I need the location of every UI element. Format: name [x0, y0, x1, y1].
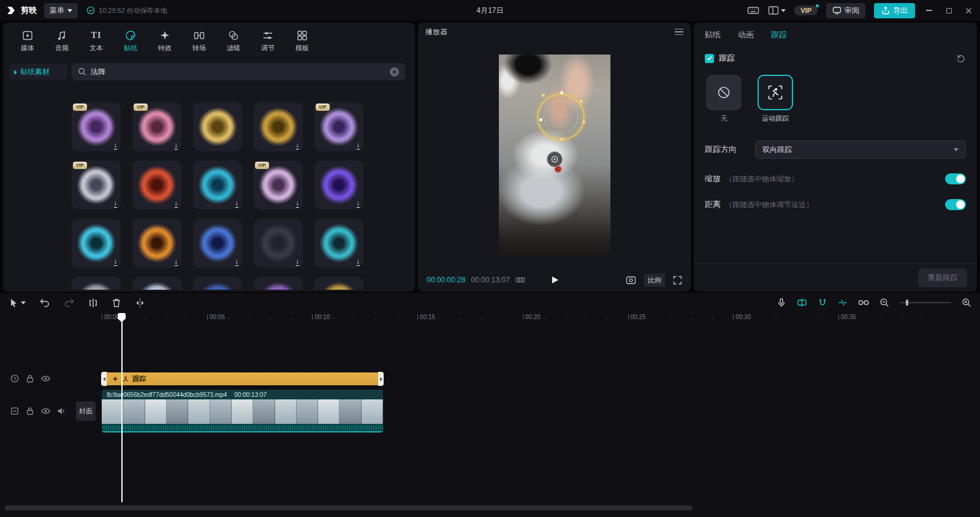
sticker-thumb-silver-ornate-circle[interactable]: [72, 277, 121, 290]
video-preview[interactable]: [499, 55, 610, 255]
player-menu-icon[interactable]: [675, 29, 683, 36]
sticker-thumb-gold-pentagram[interactable]: [193, 102, 242, 151]
layout-icon[interactable]: [768, 6, 786, 15]
download-icon[interactable]: ↓: [114, 258, 118, 266]
mirror-button[interactable]: [135, 298, 145, 308]
tab-templates[interactable]: 模板: [285, 28, 319, 55]
download-icon[interactable]: ↓: [175, 142, 178, 149]
sticker-thumb-cyan-magic-circle[interactable]: ↓: [193, 160, 242, 209]
review-button[interactable]: 审阅: [826, 3, 865, 18]
video-clip[interactable]: 8c9ae0656b2edf77dd50044d0bcb9573.mp4 00:…: [102, 390, 383, 432]
clip-trim-handle-left[interactable]: [101, 372, 107, 386]
clip-trim-handle-right[interactable]: [378, 372, 384, 386]
zoom-out-icon[interactable]: [879, 298, 889, 308]
sticker-thumb-violet-magic-circle[interactable]: ↓: [314, 160, 363, 209]
scale-toggle[interactable]: [945, 173, 966, 184]
sticker-thumb-red-pentagram[interactable]: ↓: [132, 160, 181, 209]
main-track-magnet-icon[interactable]: [818, 298, 827, 308]
maximize-button[interactable]: [943, 5, 954, 16]
download-icon[interactable]: ↓: [114, 142, 118, 149]
select-tool-button[interactable]: [9, 298, 26, 308]
speaker-icon[interactable]: [56, 406, 66, 416]
download-icon[interactable]: ↓: [235, 200, 239, 208]
download-icon[interactable]: ↓: [235, 258, 239, 266]
redo-button[interactable]: [64, 298, 75, 308]
search-input[interactable]: 法阵: [91, 67, 386, 77]
sticker-thumb-flower-arch[interactable]: VIP↓: [132, 102, 181, 151]
tab-animation[interactable]: 动画: [738, 29, 754, 40]
tab-sticker[interactable]: 贴纸: [113, 28, 148, 55]
sticker-thumb-cyan-line-circle[interactable]: ↓: [314, 219, 363, 268]
tab-text[interactable]: TI 文本: [79, 28, 113, 55]
clock-icon[interactable]: [10, 374, 20, 383]
tab-audio[interactable]: 音频: [45, 28, 79, 55]
eye-icon[interactable]: [40, 406, 51, 416]
menu-button[interactable]: 菜单: [44, 3, 78, 18]
tab-filters[interactable]: 滤镜: [216, 28, 251, 55]
download-icon[interactable]: ↓: [114, 200, 118, 208]
download-icon[interactable]: ↓: [175, 258, 178, 266]
tracked-sticker-overlay[interactable]: [537, 94, 585, 140]
download-icon[interactable]: ↓: [357, 142, 360, 149]
download-icon[interactable]: ↓: [296, 142, 300, 149]
tab-media[interactable]: 媒体: [10, 28, 45, 55]
timeline-ruler[interactable]: 00:0000:0500:1000:1500:2000:2500:3000:35: [0, 312, 980, 325]
sticker-thumb-blue-glow-circle[interactable]: [193, 277, 242, 290]
export-button[interactable]: 导出: [874, 3, 915, 18]
tracking-option-none[interactable]: 无: [705, 75, 743, 123]
distance-toggle[interactable]: [945, 199, 966, 210]
zoom-slider-knob[interactable]: [906, 300, 908, 306]
sticker-thumb-gold-rings[interactable]: [314, 277, 363, 290]
eye-icon[interactable]: [40, 374, 51, 383]
zoom-in-icon[interactable]: [962, 298, 971, 308]
download-icon[interactable]: ↓: [296, 200, 300, 208]
download-icon[interactable]: ↓: [357, 258, 360, 266]
reset-icon[interactable]: [956, 53, 966, 63]
sticker-thumb-water-ripple[interactable]: ↓: [72, 219, 121, 268]
frame-view-icon[interactable]: [515, 276, 525, 284]
clear-search-icon[interactable]: [390, 67, 399, 77]
tracking-option-motion[interactable]: 运动跟踪: [756, 75, 794, 123]
tracking-point-button[interactable]: [547, 151, 563, 167]
lock-icon[interactable]: [25, 406, 35, 416]
sticker-thumb-faint-circle[interactable]: ↓: [254, 219, 303, 268]
lock-icon[interactable]: [25, 374, 35, 383]
timeline-scrollbar[interactable]: [5, 505, 693, 510]
sticker-thumb-white-blue-circle[interactable]: [132, 277, 181, 290]
fit-preview-icon[interactable]: [626, 276, 636, 285]
close-button[interactable]: [963, 5, 974, 16]
sticker-thumb-planet-ring[interactable]: VIP↓: [72, 102, 121, 151]
ratio-button[interactable]: 比例: [644, 274, 665, 287]
linkage-icon[interactable]: [858, 298, 869, 307]
sidebar-item-sticker-material[interactable]: 贴纸素材: [9, 63, 67, 81]
preview-axis-icon[interactable]: [797, 298, 807, 308]
fullscreen-icon[interactable]: [673, 276, 682, 285]
sticker-thumb-blue-magic-circle[interactable]: ↓: [193, 219, 242, 268]
tab-effects[interactable]: 特效: [148, 28, 182, 55]
download-icon[interactable]: ↓: [357, 200, 360, 208]
timeline-zoom-slider[interactable]: [900, 302, 951, 303]
sticker-clip[interactable]: 跟踪: [102, 372, 383, 385]
sticker-thumb-gold-magic-circle[interactable]: ↓: [254, 102, 303, 151]
sticker-thumb-moon-ornament[interactable]: VIP↓: [254, 160, 303, 209]
download-icon[interactable]: ↓: [175, 200, 178, 208]
collapse-track-icon[interactable]: [10, 406, 20, 416]
auto-snap-icon[interactable]: [838, 298, 848, 308]
tab-adjust[interactable]: 调节: [251, 28, 285, 55]
delete-button[interactable]: [112, 298, 121, 308]
cover-button[interactable]: 封面: [76, 401, 96, 421]
tab-sticker-props[interactable]: 贴纸: [705, 29, 721, 40]
sticker-thumb-purple-rings[interactable]: [254, 277, 303, 290]
direction-select[interactable]: 双向跟踪: [755, 140, 966, 159]
minimize-button[interactable]: [924, 5, 935, 16]
tracking-checkbox[interactable]: [705, 54, 714, 63]
play-button[interactable]: [550, 275, 560, 285]
split-button[interactable]: [88, 298, 98, 308]
record-voiceover-icon[interactable]: [777, 298, 786, 308]
undo-button[interactable]: [39, 298, 50, 308]
retrack-button[interactable]: 重新跟踪: [918, 268, 967, 287]
sticker-thumb-silver-star-moon[interactable]: VIP↓: [72, 160, 121, 209]
download-icon[interactable]: ↓: [296, 258, 300, 266]
tab-transitions[interactable]: 转场: [182, 28, 216, 55]
keyboard-shortcuts-icon[interactable]: [747, 6, 759, 15]
